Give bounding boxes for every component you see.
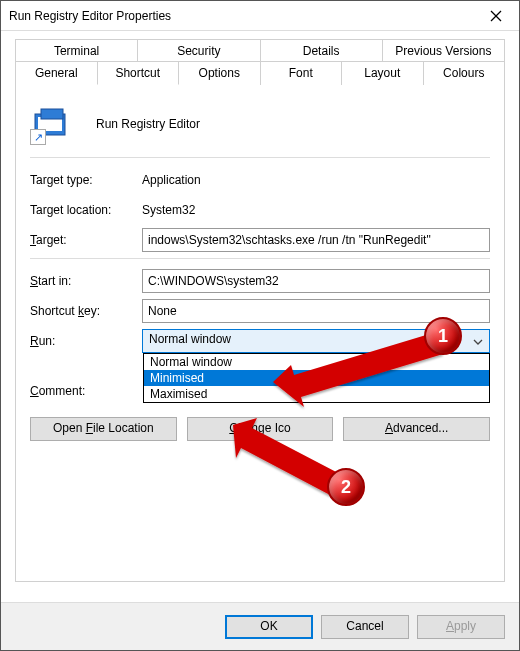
advanced-button[interactable]: Advanced...: [343, 417, 490, 441]
row-target: Target:: [30, 228, 490, 252]
shortcut-arrow-badge-icon: ↗: [30, 129, 46, 145]
window-title: Run Registry Editor Properties: [9, 9, 473, 23]
run-option-minimised[interactable]: Minimised: [144, 370, 489, 386]
properties-dialog: Run Registry Editor Properties Terminal …: [0, 0, 520, 651]
shortcut-key-input[interactable]: [142, 299, 490, 323]
label-target: Target:: [30, 233, 142, 247]
tab-previous-versions[interactable]: Previous Versions: [382, 39, 505, 62]
value-target-location: System32: [142, 203, 490, 217]
cancel-button[interactable]: Cancel: [321, 615, 409, 639]
run-option-maximised[interactable]: Maximised: [144, 386, 489, 402]
tab-shortcut[interactable]: Shortcut: [97, 61, 180, 85]
tab-row-1: Terminal Security Details Previous Versi…: [15, 39, 505, 62]
tabs: Terminal Security Details Previous Versi…: [15, 39, 505, 582]
apply-button[interactable]: Apply: [417, 615, 505, 639]
label-comment: Comment:: [30, 384, 142, 398]
tab-general[interactable]: General: [15, 61, 98, 85]
tab-colours[interactable]: Colours: [423, 61, 506, 85]
start-in-input[interactable]: [142, 269, 490, 293]
tab-security[interactable]: Security: [137, 39, 260, 62]
run-select[interactable]: Normal window: [142, 329, 490, 353]
titlebar: Run Registry Editor Properties: [1, 1, 519, 31]
tab-terminal[interactable]: Terminal: [15, 39, 138, 62]
chevron-down-icon: [473, 334, 483, 348]
row-run: Run: Normal window Normal window Minimis…: [30, 329, 490, 353]
ok-button[interactable]: OK: [225, 615, 313, 639]
value-target-type: Application: [142, 173, 490, 187]
row-start-in: Start in:: [30, 269, 490, 293]
label-target-type: Target type:: [30, 173, 142, 187]
tab-row-2: General Shortcut Options Font Layout Col…: [15, 61, 505, 85]
row-target-location: Target location: System32: [30, 198, 490, 222]
dialog-button-bar: OK Cancel Apply: [1, 602, 519, 650]
shortcut-panel: ↗ Run Registry Editor Target type: Appli…: [15, 84, 505, 582]
target-input[interactable]: [142, 228, 490, 252]
run-option-normal[interactable]: Normal window: [144, 354, 489, 370]
run-dropdown: Normal window Minimised Maximised: [143, 353, 490, 403]
label-start-in: Start in:: [30, 274, 142, 288]
shortcut-header: ↗ Run Registry Editor: [32, 105, 490, 143]
divider: [30, 258, 490, 259]
close-icon: [490, 10, 502, 22]
panel-button-row: Open File Location Change Ico Advanced..…: [30, 417, 490, 441]
shortcut-name: Run Registry Editor: [96, 117, 200, 131]
svg-rect-4: [41, 109, 63, 119]
close-button[interactable]: [473, 1, 519, 31]
tab-details[interactable]: Details: [260, 39, 383, 62]
row-target-type: Target type: Application: [30, 168, 490, 192]
tab-layout[interactable]: Layout: [341, 61, 424, 85]
change-icon-button[interactable]: Change Ico: [187, 417, 334, 441]
label-run: Run:: [30, 334, 142, 348]
divider: [30, 157, 490, 158]
dialog-content: Terminal Security Details Previous Versi…: [1, 31, 519, 582]
label-shortcut-key: Shortcut key:: [30, 304, 142, 318]
label-target-location: Target location:: [30, 203, 142, 217]
row-shortcut-key: Shortcut key:: [30, 299, 490, 323]
open-file-location-button[interactable]: Open File Location: [30, 417, 177, 441]
tab-font[interactable]: Font: [260, 61, 343, 85]
tab-options[interactable]: Options: [178, 61, 261, 85]
run-select-value: Normal window: [149, 332, 231, 346]
shortcut-file-icon: ↗: [32, 105, 70, 143]
